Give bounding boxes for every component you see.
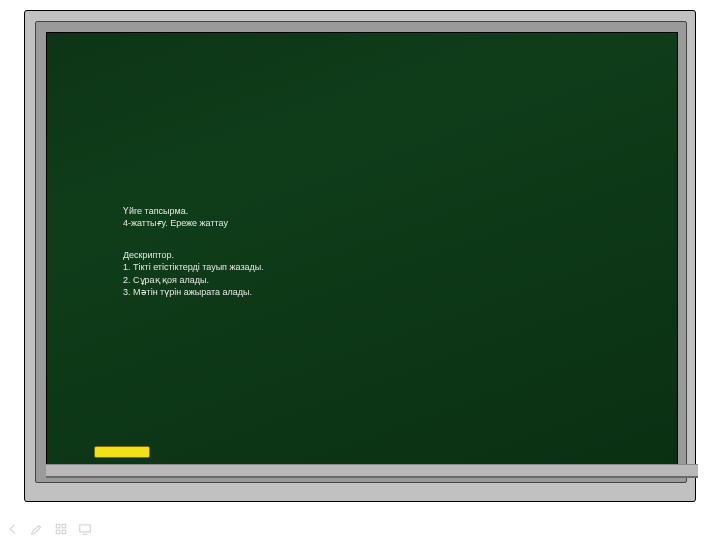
chalkboard-surface: Үйге тапсырма. 4-жаттығу. Ереже жаттау Д… xyxy=(46,32,678,474)
descriptor-title: Дескриптор. xyxy=(123,249,264,261)
prev-icon[interactable] xyxy=(6,522,20,536)
chalkboard-text: Үйге тапсырма. 4-жаттығу. Ереже жаттау Д… xyxy=(123,205,264,298)
svg-rect-4 xyxy=(80,525,91,532)
chalk-tray xyxy=(46,464,698,478)
svg-rect-1 xyxy=(62,524,65,528)
screen-icon[interactable] xyxy=(78,522,92,536)
chalkboard-bevel: Үйге тапсырма. 4-жаттығу. Ереже жаттау Д… xyxy=(35,21,687,483)
chalk-piece xyxy=(94,446,150,458)
descriptor-block: Дескриптор. 1. Тікті етістіктерді тауып … xyxy=(123,249,264,298)
grid-icon[interactable] xyxy=(54,522,68,536)
homework-title: Үйге тапсырма. xyxy=(123,205,264,217)
svg-rect-0 xyxy=(56,524,60,528)
chalkboard-frame: Үйге тапсырма. 4-жаттығу. Ереже жаттау Д… xyxy=(24,10,696,502)
descriptor-item-2: 2. Сұрақ қоя алады. xyxy=(123,274,264,286)
svg-rect-3 xyxy=(62,530,65,534)
homework-line: 4-жаттығу. Ереже жаттау xyxy=(123,217,264,229)
descriptor-item-3: 3. Мәтін түрін ажырата алады. xyxy=(123,286,264,298)
svg-rect-2 xyxy=(56,530,60,534)
slide-toolbar xyxy=(6,522,92,536)
descriptor-item-1: 1. Тікті етістіктерді тауып жазады. xyxy=(123,261,264,273)
pen-icon[interactable] xyxy=(30,522,44,536)
homework-block: Үйге тапсырма. 4-жаттығу. Ереже жаттау xyxy=(123,205,264,229)
